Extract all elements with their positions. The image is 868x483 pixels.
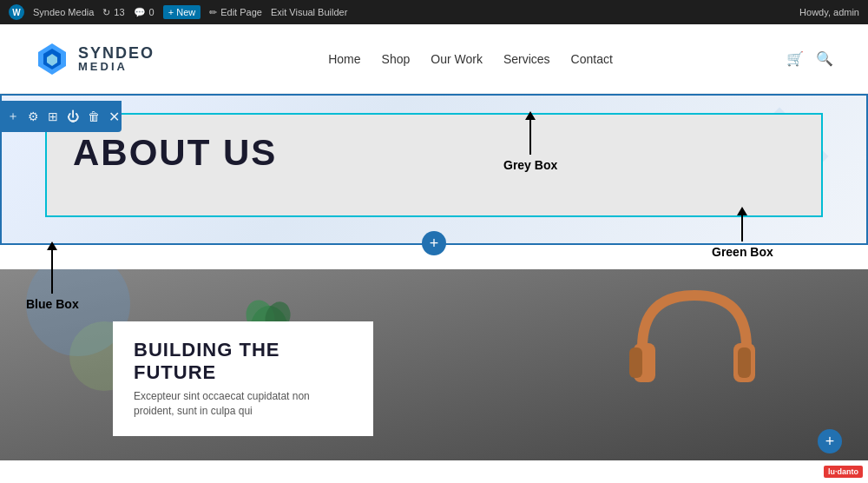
svg-rect-8 <box>629 347 642 378</box>
nav-links: Home Shop Our Work Services Contact <box>328 52 613 66</box>
power-icon[interactable]: ⏻ <box>67 109 79 123</box>
logo-area[interactable]: SYNDEO MEDIA <box>35 42 155 76</box>
blue-box-section: ABOUT US + <box>0 94 868 245</box>
hero-card-text: Excepteur sint occaecat cupidatat non pr… <box>134 389 352 419</box>
nav-bar: SYNDEO MEDIA Home Shop Our Work Services… <box>0 24 868 94</box>
settings-icon[interactable]: ⚙ <box>28 109 39 123</box>
logo-subtitle: MEDIA <box>78 61 155 72</box>
add-icon[interactable]: ＋ <box>7 109 19 124</box>
grid-icon[interactable]: ⊞ <box>48 109 58 123</box>
comments-link[interactable]: 💬 0 <box>134 7 155 18</box>
hero-section: BUILDING THE FUTURE Excepteur sint occae… <box>0 269 868 460</box>
add-section-button[interactable]: + <box>422 231 446 255</box>
admin-bar: W Syndeo Media ↻ 13 💬 0 + New ✏ Edit Pag… <box>0 0 868 24</box>
svg-rect-10 <box>738 347 751 378</box>
green-box-label: Green Box <box>712 245 773 259</box>
admin-bar-left: W Syndeo Media ↻ 13 💬 0 + New ✏ Edit Pag… <box>9 4 789 20</box>
comments-icon: 💬 <box>134 7 146 18</box>
add-row-button[interactable]: + <box>818 429 842 453</box>
vb-toolbar: ＋ ⚙ ⊞ ⏻ 🗑 ✕ <box>0 101 122 132</box>
cart-icon[interactable]: 🛒 <box>786 50 804 67</box>
site-name-link[interactable]: Syndeo Media <box>33 7 94 17</box>
search-icon[interactable]: 🔍 <box>816 50 833 67</box>
page-wrapper: SYNDEO MEDIA Home Shop Our Work Services… <box>0 24 868 483</box>
new-button[interactable]: + New <box>163 5 201 19</box>
logo-text: SYNDEO MEDIA <box>78 45 155 72</box>
edit-icon: ✏ <box>209 7 217 18</box>
wp-logo[interactable]: W <box>9 4 24 20</box>
grey-box[interactable]: ABOUT US <box>45 113 823 217</box>
nav-services[interactable]: Services <box>503 52 550 66</box>
logo-icon <box>35 42 69 76</box>
delete-icon[interactable]: 🗑 <box>88 109 100 123</box>
ludanto-badge: lu·danto <box>824 466 863 478</box>
logo-name: SYNDEO <box>78 45 155 61</box>
exit-builder-link[interactable]: Exit Visual Builder <box>271 7 347 17</box>
nav-contact[interactable]: Contact <box>571 52 613 66</box>
nav-icons: 🛒 🔍 <box>786 50 833 67</box>
hero-background: BUILDING THE FUTURE Excepteur sint occae… <box>0 269 868 460</box>
nav-our-work[interactable]: Our Work <box>431 52 483 66</box>
updates-icon: ↻ <box>102 7 110 18</box>
admin-bar-right: Howdy, admin <box>799 7 859 17</box>
hero-card: BUILDING THE FUTURE Excepteur sint occae… <box>113 321 373 436</box>
edit-page-link[interactable]: ✏ Edit Page <box>209 7 262 18</box>
updates-link[interactable]: ↻ 13 <box>102 7 124 18</box>
about-us-heading: ABOUT US <box>73 132 795 174</box>
headphones-icon <box>625 278 764 408</box>
nav-shop[interactable]: Shop <box>382 52 411 66</box>
close-icon[interactable]: ✕ <box>108 109 120 125</box>
nav-home[interactable]: Home <box>328 52 360 66</box>
hero-card-title: BUILDING THE FUTURE <box>134 339 352 384</box>
